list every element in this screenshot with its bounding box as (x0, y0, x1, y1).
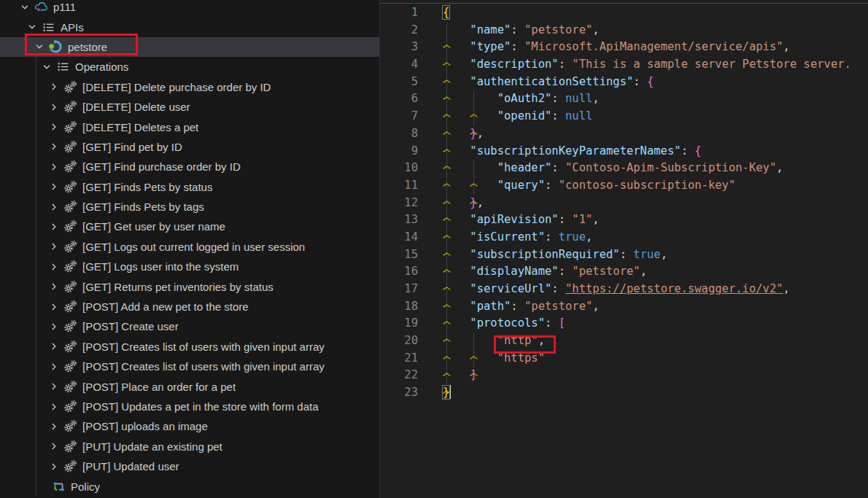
chevron-right-icon[interactable] (48, 201, 60, 213)
tree-item-label: [GET] Finds Pets by status (82, 181, 212, 193)
tree-item-post-creates-list-of-users-with-given-input-array[interactable]: [POST] Creates list of users with given … (0, 337, 379, 357)
tree-item-apis[interactable]: APIs (0, 17, 379, 36)
code-token: "Microsoft.ApiManagement/service/apis" (524, 40, 783, 53)
tree-item-p111[interactable]: p111 (0, 0, 379, 17)
code-line-15[interactable]: 15 "subscriptionRequired": true, (380, 246, 868, 264)
code-line-22[interactable]: 22 ] (380, 367, 868, 384)
chevron-right-icon[interactable] (48, 301, 60, 313)
code-line-content: } (443, 384, 451, 402)
code-area[interactable]: 1{2 "name": "petstore",3 "type": "Micros… (380, 4, 868, 402)
code-line-14[interactable]: 14 "isCurrent": true, (380, 229, 868, 246)
tree-item-label: [GET] Find pet by ID (82, 141, 182, 153)
chevron-right-icon[interactable] (48, 381, 60, 392)
chevron-down-icon[interactable] (34, 41, 45, 52)
code-token: , (592, 92, 599, 105)
chevron-right-icon[interactable] (48, 440, 60, 452)
code-line-13[interactable]: 13 "apiRevision": "1", (380, 211, 868, 229)
code-line-12[interactable]: 12 }, (380, 195, 868, 212)
tree-item-put-update-an-existing-pet[interactable]: [PUT] Update an existing pet (0, 437, 379, 456)
code-token: : (681, 144, 695, 157)
line-number: 8 (380, 125, 418, 143)
chevron-right-icon[interactable] (48, 461, 60, 472)
code-token: "displayName" (470, 265, 558, 278)
code-line-9[interactable]: 9 "subscriptionKeyParameterNames": { (380, 143, 868, 160)
code-line-content: "displayName": "petstore", (443, 263, 647, 281)
tree-item-petstore[interactable]: petstore (0, 37, 379, 57)
line-number: 9 (380, 143, 418, 160)
code-line-6[interactable]: 6 "oAuth2": null, (380, 90, 868, 108)
code-token: } (470, 127, 476, 140)
code-line-19[interactable]: 19 "protocols": [ (380, 315, 868, 332)
code-line-3[interactable]: 3 "type": "Microsoft.ApiManagement/servi… (380, 39, 868, 56)
code-line-10[interactable]: 10 "header": "Contoso-Apim-Subscription-… (380, 160, 868, 177)
chevron-right-icon[interactable] (48, 361, 60, 373)
gears-icon (63, 260, 77, 274)
code-line-11[interactable]: 11 "query": "contoso-subscription-key" (380, 177, 868, 195)
code-line-2[interactable]: 2 "name": "petstore", (380, 22, 868, 39)
chevron-right-icon[interactable] (48, 141, 60, 152)
chevron-right-icon[interactable] (48, 221, 60, 233)
code-token: "description" (470, 58, 558, 71)
tree-item-put-updated-user[interactable]: [PUT] Updated user (0, 456, 379, 476)
tree-item-post-create-user[interactable]: [POST] Create user (0, 316, 379, 336)
tree-item-post-place-an-order-for-a-pet[interactable]: [POST] Place an order for a pet (0, 376, 379, 396)
chevron-right-icon[interactable] (48, 81, 60, 93)
tree-item-get-find-pet-by-id[interactable]: [GET] Find pet by ID (0, 137, 379, 157)
tree-item-get-find-purchase-order-by-id[interactable]: [GET] Find purchase order by ID (0, 157, 379, 176)
chevron-right-icon[interactable] (48, 341, 60, 352)
chevron-down-icon[interactable] (26, 21, 38, 33)
tree-item-delete-delete-purchase-order-by-id[interactable]: [DELETE] Delete purchase order by ID (0, 77, 379, 97)
tree-item-post-creates-list-of-users-with-given-input-array[interactable]: [POST] Creates list of users with given … (0, 357, 379, 376)
chevron-right-icon[interactable] (48, 121, 60, 133)
tree-item-label: [POST] Add a new pet to the store (82, 300, 249, 313)
chevron-right-icon[interactable] (48, 321, 60, 332)
chevron-right-icon[interactable] (48, 241, 60, 252)
code-line-4[interactable]: 4 "description": "This is a sample serve… (380, 56, 868, 74)
code-token: "contoso-subscription-key" (559, 179, 736, 192)
chevron-right-icon[interactable] (48, 261, 60, 273)
tree-item-get-get-user-by-user-name[interactable]: [GET] Get user by user name (0, 217, 379, 236)
chevron-right-icon[interactable] (48, 181, 60, 192)
chevron-right-icon[interactable] (48, 281, 60, 292)
tree-item-get-returns-pet-inventories-by-status[interactable]: [GET] Returns pet inventories by status (0, 276, 379, 296)
chevron-right-icon[interactable] (48, 421, 60, 432)
tree-item-get-finds-pets-by-tags[interactable]: [GET] Finds Pets by tags (0, 197, 379, 217)
tree-item-delete-deletes-a-pet[interactable]: [DELETE] Deletes a pet (0, 117, 379, 136)
code-line-20[interactable]: 20 "http", (380, 332, 868, 350)
tree-item-post-uploads-an-image[interactable]: [POST] uploads an image (0, 416, 379, 436)
code-line-21[interactable]: 21 "https" (380, 350, 868, 367)
chevron-down-icon[interactable] (19, 1, 31, 13)
chevron-right-icon[interactable] (48, 101, 60, 113)
code-line-23[interactable]: 23} (380, 384, 868, 402)
tree-item-label: [POST] Create user (82, 320, 179, 332)
chevron-down-icon[interactable] (41, 61, 53, 73)
code-line-18[interactable]: 18 "path": "petstore", (380, 298, 868, 316)
chevron-right-icon[interactable] (48, 161, 60, 173)
tree-item-policy[interactable]: Policy (0, 476, 379, 496)
tree-item-label: APIs (61, 21, 84, 34)
code-line-content: "oAuth2": null, (443, 90, 600, 108)
gears-icon (63, 319, 77, 334)
gears-icon (63, 300, 77, 314)
tree-item-label: Operations (75, 61, 128, 73)
tree-item-operations[interactable]: Operations (0, 57, 379, 77)
code-line-content: "name": "petstore", (443, 22, 600, 39)
tree-item-post-add-a-new-pet-to-the-store[interactable]: [POST] Add a new pet to the store (0, 297, 379, 316)
tree-item-get-finds-pets-by-status[interactable]: [GET] Finds Pets by status (0, 177, 379, 197)
line-number: 19 (380, 315, 418, 332)
json-editor[interactable]: 1{2 "name": "petstore",3 "type": "Micros… (379, 0, 868, 498)
code-line-8[interactable]: 8 }, (380, 125, 868, 143)
code-line-16[interactable]: 16 "displayName": "petstore", (380, 263, 868, 281)
code-token: { (647, 75, 654, 88)
code-line-5[interactable]: 5 "authenticationSettings": { (380, 74, 868, 91)
code-line-17[interactable]: 17 "serviceUrl": "https://petstore.swagg… (380, 281, 868, 298)
code-line-7[interactable]: 7 "openid": null (380, 108, 868, 125)
tree-item-get-logs-user-into-the-system[interactable]: [GET] Logs user into the system (0, 257, 379, 276)
code-line-1[interactable]: 1{ (380, 4, 868, 22)
code-token: , (783, 282, 790, 295)
tree-item-delete-delete-user[interactable]: [DELETE] Delete user (0, 97, 379, 117)
tree-item-label: [DELETE] Delete purchase order by ID (82, 81, 271, 93)
tree-item-get-logs-out-current-logged-in-user-session[interactable]: [GET] Logs out current logged in user se… (0, 237, 379, 257)
chevron-right-icon[interactable] (48, 401, 60, 413)
tree-item-post-updates-a-pet-in-the-store-with-form-data[interactable]: [POST] Updates a pet in the store with f… (0, 397, 379, 416)
